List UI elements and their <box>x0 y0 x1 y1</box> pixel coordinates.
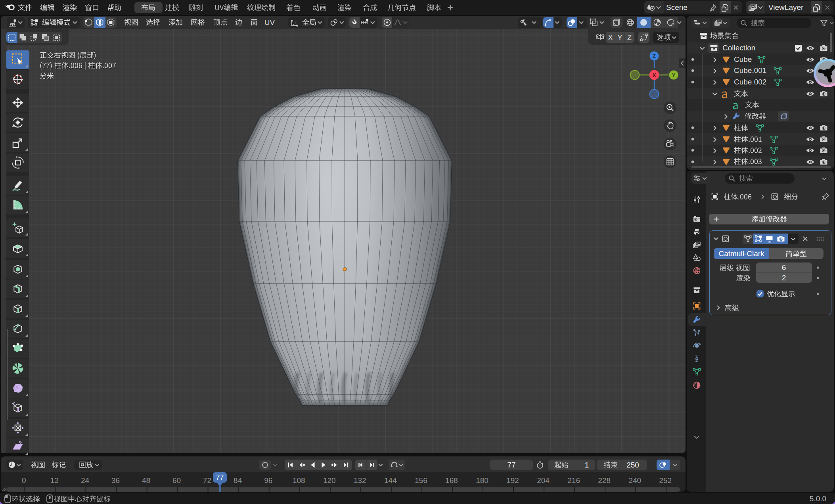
svg-text:X: X <box>652 72 656 78</box>
svg-text:Z: Z <box>653 53 656 59</box>
svg-text:Y: Y <box>672 72 676 78</box>
